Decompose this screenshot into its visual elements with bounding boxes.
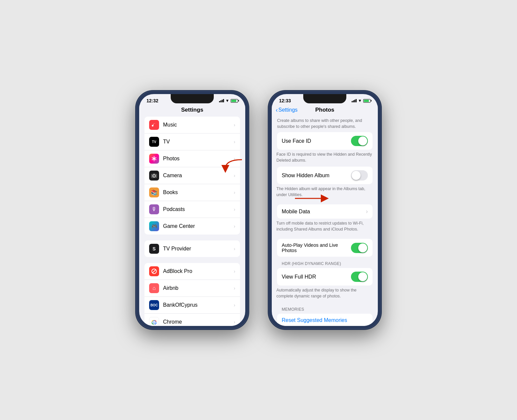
chrome-label: Chrome [163,319,234,325]
tvprovider-icon: S [149,244,159,254]
face-id-sublabel: Face ID is required to view the Hidden a… [272,150,378,167]
svg-point-6 [152,157,153,158]
photos-scroll[interactable]: Create albums to share with other people… [272,117,378,326]
mobile-data-label: Mobile Data [282,209,310,215]
battery-icon [231,99,238,103]
notch [171,94,214,103]
settings-title: Settings [139,105,245,117]
memories-group: Reset Suggested Memories Reset People & … [277,314,373,326]
settings-adblock[interactable]: AdBlock Pro › [144,263,240,280]
tvprovider-label: TV Provider [163,246,234,252]
svg-point-1 [153,156,155,157]
podcasts-label: Podcasts [163,206,234,212]
svg-point-4 [153,160,155,161]
app-settings-group-3: AdBlock Pro › ⌂ Airbnb › BOC BankOfCypru… [144,263,240,326]
mobile-data-chevron: › [366,208,368,215]
gamecenter-label: Game Center [163,223,234,229]
chevron-adblock: › [234,269,235,274]
svg-point-15 [153,321,155,323]
show-hidden-album-label: Show Hidden Album [282,173,329,179]
svg-line-11 [152,270,156,273]
battery-icon-2 [363,99,371,103]
phone-1: 12:32 ▼ Settings [136,91,249,329]
settings-tvprovider[interactable]: S TV Provider › [144,240,240,257]
photos-nav-header: ‹ Settings Photos [272,105,378,117]
status-icons-1: ▼ [219,98,238,103]
svg-point-3 [155,159,156,160]
settings-airbnb[interactable]: ⌂ Airbnb › [144,280,240,297]
notch-2 [303,94,346,103]
signal-icon-2 [352,99,357,102]
music-label: Music [163,122,234,128]
books-icon: 📚 [149,187,159,197]
camera-icon [149,171,159,181]
music-icon [149,120,159,130]
view-full-hdr-toggle[interactable] [351,272,368,282]
hidden-album-sublabel: The Hidden album will appear in the Albu… [272,184,378,201]
app-settings-group-2: S TV Provider › [144,240,240,257]
chevron-chrome: › [234,319,235,325]
reset-suggested-label: Reset Suggested Memories [282,317,347,323]
status-icons-2: ▼ [352,98,371,103]
wifi-icon-2: ▼ [358,98,362,103]
phone-2: 12:33 ▼ ‹ Settings Photos [268,91,381,329]
chrome-icon [149,317,159,326]
settings-chrome[interactable]: Chrome › [144,314,240,326]
show-hidden-album-row[interactable]: Show Hidden Album [277,167,373,184]
podcasts-icon: 🎙 [149,204,159,214]
back-label: Settings [278,107,298,113]
chevron-photos: › [234,156,235,161]
bankofcyprus-icon: BOC [149,300,159,310]
settings-bankofcyprus[interactable]: BOC BankOfCyprus › [144,297,240,314]
autoplay-label: Auto-Play Videos and Live Photos [282,242,342,253]
view-full-hdr-row[interactable]: View Full HDR [277,268,373,286]
tv-label: TV [163,139,234,145]
chevron-gamecenter: › [234,224,235,229]
chevron-books: › [234,190,235,195]
wifi-icon: ▼ [225,98,229,103]
chevron-tv: › [234,139,235,144]
hidden-album-group: Show Hidden Album [277,167,373,184]
back-button[interactable]: ‹ Settings [276,107,298,114]
chevron-camera: › [234,173,235,178]
shared-albums-text: Create albums to share with other people… [272,117,378,132]
svg-point-0 [153,157,155,160]
bankofcyprus-label: BankOfCyprus [163,302,234,308]
settings-gamecenter[interactable]: 🎮 Game Center › [144,218,240,235]
settings-tv[interactable]: TV TV › [144,133,240,150]
hdr-sublabel: Automatically adjust the display to show… [272,286,378,302]
settings-podcasts[interactable]: 🎙 Podcasts › [144,201,240,218]
chevron-airbnb: › [234,286,235,291]
settings-scroll[interactable]: Music › TV TV › [139,117,245,326]
hdr-section-label: HDR (HIGH DYNAMIC RANGE) [272,261,378,268]
use-face-id-toggle[interactable] [351,136,368,146]
tv-icon: TV [149,137,159,147]
settings-photos[interactable]: Photos › [144,150,240,167]
airbnb-label: Airbnb [163,285,234,291]
airbnb-icon: ⌂ [149,283,159,293]
chevron-music: › [234,122,235,128]
use-face-id-row[interactable]: Use Face ID [277,132,373,150]
settings-books[interactable]: 📚 Books › [144,184,240,201]
camera-label: Camera [163,173,234,179]
chevron-podcasts: › [234,207,235,212]
use-face-id-label: Use Face ID [282,138,311,144]
settings-camera[interactable]: Camera › [144,167,240,184]
time-2: 12:33 [279,98,291,103]
time-1: 12:32 [146,98,158,103]
hdr-group: View Full HDR [277,268,373,286]
autoplay-toggle[interactable] [351,243,368,253]
view-full-hdr-label: View Full HDR [282,274,316,280]
reset-suggested-row[interactable]: Reset Suggested Memories [277,314,373,326]
autoplay-row[interactable]: Auto-Play Videos and Live Photos [277,239,373,257]
memories-section-label: MEMORIES [272,307,378,314]
chevron-tvprovider: › [234,246,235,251]
mobile-data-group: Mobile Data › [277,204,373,219]
settings-music[interactable]: Music › [144,117,240,133]
mobile-data-sublabel: Turn off mobile data to restrict updates… [272,219,378,236]
mobile-data-row[interactable]: Mobile Data › [277,204,373,219]
adblock-icon [149,266,159,276]
photos-title: Photos [315,107,334,113]
show-hidden-album-toggle[interactable] [351,170,368,181]
photos-label: Photos [163,156,234,162]
